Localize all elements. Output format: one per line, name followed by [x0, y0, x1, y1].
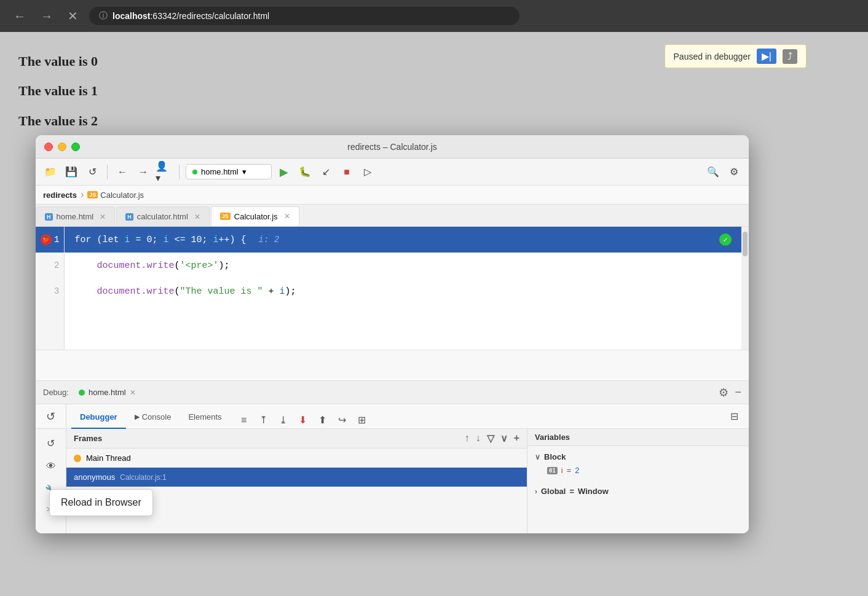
step-over-icon[interactable]: ⤓ [275, 412, 292, 429]
block-chevron-icon: ∨ [535, 453, 540, 461]
tab-home-html[interactable]: H home.html ✕ [36, 206, 115, 226]
var-i-decl: i [124, 235, 130, 245]
refresh-icon[interactable]: ↺ [84, 163, 101, 181]
keyword-let: let [102, 235, 119, 245]
var-i-inc: i [213, 235, 219, 245]
frames-up-icon[interactable]: ↑ [465, 433, 470, 444]
frames-more-icon[interactable]: ∨ [500, 433, 508, 444]
table-view-icon[interactable]: ⊞ [353, 412, 371, 429]
debug-header: Debug: home.html ✕ ⚙ − [36, 381, 749, 404]
tab-calculator-js[interactable]: JS Calculator.js ✕ [211, 206, 299, 226]
tab-debugger-label: Debugger [80, 412, 117, 422]
fn-document-write-2: document.write [97, 286, 174, 297]
step-confirm-icon[interactable]: ✓ [719, 233, 732, 246]
code-line-3: document.write("The value is " + i); [65, 278, 741, 304]
var-i-type-icon: 01 [547, 467, 558, 474]
var-i-use: i [280, 286, 285, 297]
breadcrumb-file: JS Calculator.js [87, 190, 144, 200]
frame-anonymous-name: anonymous [74, 472, 115, 482]
step-into-icon[interactable]: ⬇ [294, 412, 312, 429]
maximize-window-button[interactable] [71, 143, 80, 151]
line-num-1: 🍎 1 [36, 227, 64, 253]
tooltip-label: Reload in Browser [61, 497, 141, 508]
settings-icon[interactable]: ⚙ [725, 163, 743, 181]
browser-back-button[interactable]: ← [10, 7, 30, 26]
str-value: "The value is " [180, 286, 262, 297]
next-step-icon[interactable]: ↪ [334, 412, 351, 429]
editor-scrollbar[interactable] [741, 227, 749, 350]
tab-elements[interactable]: Elements [180, 407, 230, 429]
global-variables-section: › Global = Window [527, 480, 749, 502]
debug-gear-icon[interactable]: ⚙ [719, 386, 728, 399]
resume-icon: ▶| [762, 50, 771, 62]
run-configuration-dropdown[interactable]: home.html ▾ [186, 164, 272, 179]
tab-elements-label: Elements [188, 412, 221, 422]
step-out-icon[interactable]: ⤒ [255, 412, 272, 429]
tab-close-calculator[interactable]: ✕ [194, 213, 200, 221]
main-thread-item: Main Thread [66, 449, 527, 468]
debug-tab-filename: home.html [89, 388, 126, 397]
frame-item-anonymous[interactable]: anonymous Calculator.js:1 [66, 468, 527, 487]
var-i-item: 01 i = 2 [535, 464, 741, 477]
tab-console[interactable]: ▶ Console [126, 407, 180, 429]
tab-close-calculator-js[interactable]: ✕ [284, 212, 290, 221]
browser-forward-button[interactable]: → [37, 7, 57, 26]
frames-list-icon[interactable]: ≡ [235, 412, 253, 429]
open-file-icon[interactable]: 📁 [42, 163, 59, 181]
account-icon[interactable]: 👤 ▾ [156, 163, 173, 181]
run-button[interactable]: ▶ [275, 163, 293, 181]
step-button[interactable]: ⤴ [783, 49, 797, 64]
resume-button[interactable]: ▶| [757, 49, 776, 64]
var-i-equals: = [567, 466, 572, 475]
browser-close-button[interactable]: ✕ [64, 6, 82, 26]
step-up-icon[interactable]: ⬆ [314, 412, 331, 429]
run-to-cursor-button[interactable]: ▷ [359, 163, 376, 181]
step-into-button[interactable]: ↙ [317, 163, 334, 181]
reload-in-browser-tooltip: Reload in Browser [49, 489, 153, 516]
tab-debugger[interactable]: Debugger [71, 407, 126, 429]
var-i-cond: i [164, 235, 169, 245]
forward-icon[interactable]: → [135, 163, 152, 181]
js-icon-tab: JS [220, 213, 231, 220]
minimize-window-button[interactable] [58, 143, 66, 151]
debug-tab-file[interactable]: home.html ✕ [74, 388, 141, 397]
global-chevron-icon: › [535, 487, 537, 496]
debug-label: Debug: [43, 388, 69, 397]
block-variables-section: ∨ Block 01 i = 2 [527, 446, 749, 480]
close-window-button[interactable] [44, 143, 53, 151]
back-icon[interactable]: ← [114, 163, 131, 181]
global-title-label: Global [541, 487, 566, 496]
browser-address-bar[interactable]: ⓘ localhost:63342/redirects/calculator.h… [89, 7, 519, 25]
frame-anonymous-location: Calculator.js:1 [120, 473, 166, 482]
global-section-title[interactable]: › Global = Window [535, 484, 741, 498]
toolbar-separator-1 [107, 165, 108, 179]
output-line-3: The value is 2 [18, 106, 850, 136]
debug-tabs: Debugger ▶ Console Elements ≡ ⤒ ⤓ ⬇ ⬆ ↪ … [66, 404, 371, 429]
block-section-title[interactable]: ∨ Block [535, 450, 741, 464]
console-arrow-icon: ▶ [135, 413, 140, 421]
frames-filter-icon[interactable]: ▽ [487, 433, 494, 444]
breakpoint-icon[interactable]: 🍎 [41, 234, 52, 245]
layout-icon[interactable]: ⊟ [725, 408, 743, 425]
watch-icon[interactable]: 👁 [42, 457, 60, 476]
tab-close-home[interactable]: ✕ [100, 213, 106, 221]
fn-document-write-1: document.write [97, 261, 174, 271]
info-icon: ⓘ [99, 10, 108, 22]
debug-minus-icon[interactable]: − [735, 386, 741, 399]
save-file-icon[interactable]: 💾 [63, 163, 80, 181]
tab-calculator-html[interactable]: H calculator.html ✕ [116, 206, 210, 226]
search-icon[interactable]: 🔍 [704, 163, 722, 181]
line-number-3: 3 [54, 286, 59, 296]
frames-down-icon[interactable]: ↓ [476, 433, 481, 444]
stop-button[interactable]: ■ [338, 163, 355, 181]
frames-add-icon[interactable]: + [514, 433, 519, 444]
debug-reload-icon[interactable]: ↺ [36, 404, 66, 429]
file-tabs: H home.html ✕ H calculator.html ✕ JS Cal… [36, 205, 749, 227]
debug-run-button[interactable]: 🐛 [296, 163, 314, 181]
thread-name: Main Thread [86, 453, 131, 463]
debug-tab-close[interactable]: ✕ [130, 388, 136, 397]
output-line-2: The value is 1 [18, 76, 850, 106]
breakpoints-icon[interactable]: ↺ [42, 434, 60, 452]
var-i-name: i [561, 466, 563, 475]
frames-panel: Frames ↑ ↓ ▽ ∨ + Main Thread [66, 429, 527, 533]
